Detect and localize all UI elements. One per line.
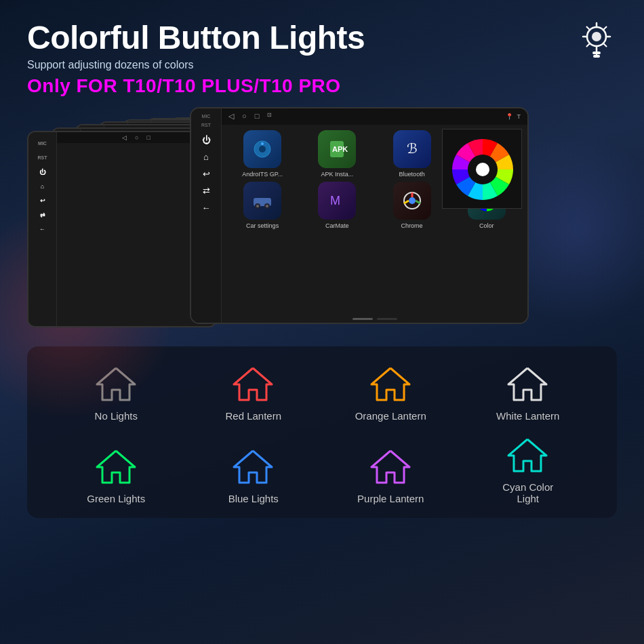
svg-point-23 bbox=[256, 205, 259, 207]
color-item-no-lights: No Lights bbox=[79, 363, 153, 422]
color-wheel-overlay bbox=[442, 129, 522, 209]
color-item-purple-lantern: Purple Lantern bbox=[353, 445, 428, 504]
svg-line-6 bbox=[587, 27, 590, 30]
main-screen: ◁ ○ □ ⊡ 📍 T bbox=[222, 108, 527, 323]
device-area: MIC RST ⏻ ⌂ ↩ ⇄ ← MIC RST bbox=[27, 104, 617, 334]
app-apk: APK APK Insta... bbox=[302, 130, 372, 178]
color-item-green-lights: Green Lights bbox=[79, 445, 153, 504]
svg-line-30 bbox=[416, 201, 420, 203]
color-row-2: Green Lights Blue Lights Purple Lantern bbox=[47, 434, 597, 504]
svg-point-11 bbox=[592, 32, 601, 41]
app-car-settings: Car settings bbox=[227, 182, 298, 229]
app-carmate: M CarMate bbox=[302, 182, 372, 229]
model-tag: Only FOR T10/T10 PLUS/T10 PRO bbox=[27, 75, 365, 97]
svg-point-14 bbox=[261, 142, 264, 145]
svg-point-34 bbox=[476, 163, 489, 176]
svg-rect-10 bbox=[593, 55, 600, 58]
svg-line-8 bbox=[587, 44, 590, 47]
svg-text:M: M bbox=[330, 194, 340, 207]
colors-section: No Lights Red Lantern Orange Lantern bbox=[27, 346, 617, 518]
header: Colorful Button Lights Support adjusting… bbox=[27, 20, 617, 97]
main-title: Colorful Button Lights bbox=[27, 20, 365, 56]
header-left: Colorful Button Lights Support adjusting… bbox=[27, 20, 365, 97]
color-row-1: No Lights Red Lantern Orange Lantern bbox=[47, 363, 597, 422]
color-item-cyan-light: Cyan Color Light bbox=[491, 434, 565, 504]
svg-point-27 bbox=[409, 197, 416, 204]
svg-line-5 bbox=[604, 27, 607, 30]
main-button-strip: MIC RST ⏻ ⌂ ↩ ⇄ ← bbox=[191, 108, 222, 323]
svg-rect-9 bbox=[592, 52, 601, 54]
bulb-icon bbox=[576, 20, 617, 61]
svg-text:APK: APK bbox=[332, 145, 348, 153]
svg-point-13 bbox=[259, 146, 266, 153]
color-item-orange-lantern: Orange Lantern bbox=[353, 363, 428, 422]
subtitle: Support adjusting dozens of colors bbox=[27, 59, 365, 71]
svg-line-7 bbox=[604, 44, 607, 47]
color-item-white-lantern: White Lantern bbox=[491, 363, 565, 422]
app-chrome: Chrome bbox=[377, 182, 447, 229]
tablet-1: MIC RST ⏻ ⌂ ↩ ⇄ ← ◁ ○ □ bbox=[27, 131, 217, 327]
color-item-red-lantern: Red Lantern bbox=[216, 363, 291, 422]
app-bluetooth: ℬ Bluetooth bbox=[377, 130, 447, 178]
main-display: MIC RST ⏻ ⌂ ↩ ⇄ ← ◁ ○ □ ⊡ bbox=[190, 107, 529, 324]
svg-point-24 bbox=[266, 205, 268, 207]
color-item-blue-lights: Blue Lights bbox=[216, 445, 291, 504]
app-androits: AndroITS GP... bbox=[227, 130, 298, 178]
svg-text:ℬ: ℬ bbox=[407, 141, 418, 156]
svg-line-29 bbox=[404, 201, 409, 203]
